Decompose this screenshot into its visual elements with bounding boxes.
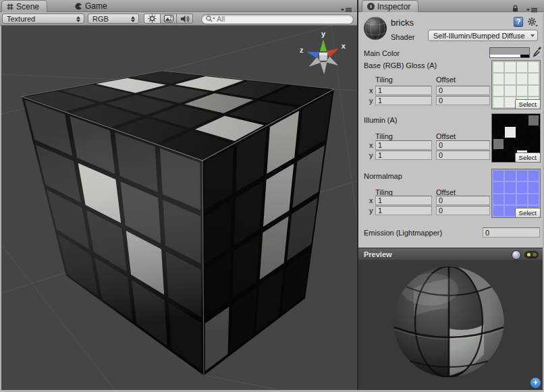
base-offset-x-field[interactable] [436,86,490,95]
preview-sphere-icon[interactable] [512,250,521,260]
tab-scene[interactable]: Scene [1,0,47,12]
y-row-label: y [369,151,373,159]
tab-game-label: Game [85,1,107,11]
search-icon [206,16,215,22]
base-tiling-x-field[interactable] [375,86,432,95]
draw-mode-label: Textured [7,15,35,23]
illumin-offset-y-field[interactable] [436,150,490,160]
offset-header: Offset [436,132,456,140]
inspector-body: bricks Shader Self-Illumin/Bumped Diffus… [358,12,544,248]
illumin-offset-x-field[interactable] [436,140,490,150]
preview-header[interactable]: Preview [358,248,544,260]
tab-game[interactable]: Game [70,0,115,12]
emission-field[interactable] [483,227,540,237]
tiling-header: Tiling [375,76,393,84]
color-mode-label: RGB [92,15,109,23]
scene-toolbar: Textured RGB [0,12,357,26]
main-color-label: Main Color [364,49,400,57]
material-sphere-thumbnail [363,16,387,41]
color-mode-dropdown[interactable]: RGB [88,13,139,24]
info-icon: i [367,3,375,10]
illumin-texture-label: Illumin (A) [364,116,398,124]
base-offset-y-field[interactable] [436,96,490,105]
base-tiling-y-field[interactable] [375,96,432,105]
eyedropper-icon[interactable] [533,46,542,60]
popup-arrows-icon [131,16,136,22]
x-row-label: x [369,196,373,204]
image-icon [164,15,173,22]
sun-icon [148,14,157,23]
svg-text:y: y [321,30,326,38]
scene-3d-canvas[interactable]: yxz [0,26,357,390]
speaker-icon [180,15,190,23]
dropdown-arrow-icon [531,34,535,37]
scene-search-field[interactable] [201,14,354,24]
illumin-texture-thumbnail[interactable]: Select [491,113,541,163]
add-button[interactable]: + [531,378,541,388]
base-texture-thumbnail[interactable]: Select [491,60,541,109]
svg-text:z: z [300,46,304,54]
base-select-button[interactable]: Select [515,99,541,109]
shader-value: Self-Illumin/Bumped Diffuse [433,32,525,40]
shader-dropdown[interactable]: Self-Illumin/Bumped Diffuse [428,30,538,41]
tab-inspector-label: Inspector [377,2,410,11]
emission-label: Emission (Lightmapper) [364,229,442,237]
preview-sphere[interactable] [358,260,544,390]
tab-inspector[interactable]: i Inspector [362,0,418,12]
scene-panel: Scene Game Textured R [0,0,357,390]
svg-text:x: x [342,42,346,50]
popup-arrows-icon [76,16,81,22]
y-row-label: y [369,96,373,105]
skybox-toggle-button[interactable] [160,13,177,24]
normalmap-label: Normalmap [364,172,402,180]
main-color-swatch[interactable] [489,47,530,58]
scene-tabbar: Scene Game [0,0,357,12]
material-name: bricks [391,18,414,28]
normalmap-tiling-y-field[interactable] [375,206,432,215]
normalmap-tiling-x-field[interactable] [375,196,432,205]
color-area [490,48,529,55]
preview-lighting-icon[interactable] [524,251,539,258]
tab-scene-label: Scene [16,2,39,11]
unity-editor-window: Scene Game Textured R [0,0,544,392]
unity-game-icon [75,3,82,10]
inspector-tabbar: i Inspector [358,0,544,12]
scene-viewport[interactable]: yxz [0,26,357,390]
search-input[interactable] [217,15,349,23]
base-texture-label: Base (RGB) Gloss (A) [364,61,437,69]
normalmap-offset-y-field[interactable] [436,206,490,215]
grid-icon [7,3,13,10]
illumin-tiling-x-field[interactable] [375,140,432,150]
draw-mode-dropdown[interactable]: Textured [2,13,84,24]
y-row-label: y [369,206,373,215]
illumin-tiling-y-field[interactable] [375,150,432,160]
help-icon[interactable]: ? [514,17,523,27]
inspector-panel: i Inspector [358,0,544,390]
window-edge-left [0,26,1,392]
normalmap-offset-x-field[interactable] [436,196,490,205]
normalmap-select-button[interactable]: Select [515,208,541,218]
audio-toggle-button[interactable] [176,13,193,24]
offset-header: Offset [436,76,456,84]
normalmap-thumbnail[interactable]: Select [491,169,541,218]
illumin-select-button[interactable]: Select [515,152,541,163]
alpha-bar [490,55,520,57]
x-row-label: x [369,141,373,149]
tiling-header: Tiling [375,132,393,140]
gear-icon[interactable] [527,17,539,30]
x-row-label: x [369,86,373,94]
preview-title: Preview [364,250,392,258]
preview-area[interactable]: + [358,260,544,390]
lighting-toggle-button[interactable] [144,13,161,24]
shader-label: Shader [391,33,414,41]
